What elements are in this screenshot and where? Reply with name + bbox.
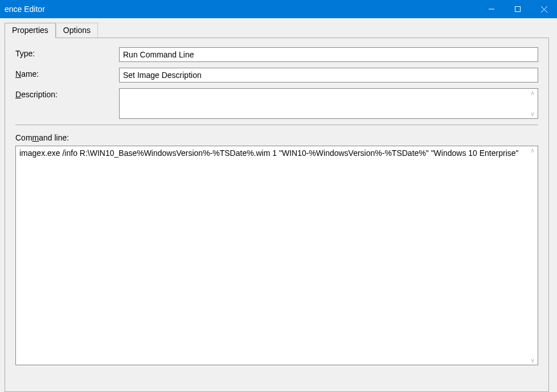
- type-field: [119, 47, 538, 62]
- minimize-button[interactable]: [478, 0, 505, 18]
- window-title: ence Editor: [5, 5, 45, 14]
- tab-options[interactable]: Options: [56, 23, 98, 38]
- command-line-field[interactable]: [16, 146, 527, 365]
- name-field[interactable]: [119, 68, 538, 82]
- scroll-up-icon: ∧: [530, 147, 535, 154]
- scroll-down-icon: ∨: [530, 357, 535, 364]
- titlebar: ence Editor: [0, 0, 557, 18]
- maximize-icon: [515, 6, 521, 12]
- close-button[interactable]: [531, 0, 557, 18]
- close-icon: [541, 6, 547, 13]
- type-label: Type:: [15, 47, 119, 58]
- command-scrollbar[interactable]: ∧ ∨: [527, 146, 538, 365]
- scroll-up-icon: ∧: [530, 90, 535, 96]
- svg-rect-1: [515, 7, 521, 12]
- command-line-label: Command line:: [15, 133, 538, 142]
- description-field[interactable]: [120, 89, 527, 118]
- properties-panel: Type: Name: Description: ∧ ∨ Command lin…: [5, 38, 549, 392]
- tab-strip: Properties Options: [5, 23, 549, 38]
- maximize-button[interactable]: [505, 0, 531, 18]
- client-area: Properties Options Type: Name: Descripti…: [0, 18, 557, 392]
- window-controls: [478, 0, 557, 18]
- scroll-down-icon: ∨: [530, 111, 535, 117]
- minimize-icon: [489, 6, 494, 12]
- tab-properties[interactable]: Properties: [5, 23, 56, 38]
- type-row: Type:: [15, 47, 538, 62]
- command-line-field-wrap: ∧ ∨: [15, 146, 538, 365]
- name-label: Name:: [15, 68, 119, 79]
- name-row: Name:: [15, 68, 538, 82]
- description-scrollbar[interactable]: ∧ ∨: [527, 89, 538, 118]
- description-field-wrap: ∧ ∨: [119, 88, 538, 119]
- description-label: Description:: [15, 88, 119, 99]
- section-divider: [15, 125, 538, 125]
- description-row: Description: ∧ ∨: [15, 88, 538, 119]
